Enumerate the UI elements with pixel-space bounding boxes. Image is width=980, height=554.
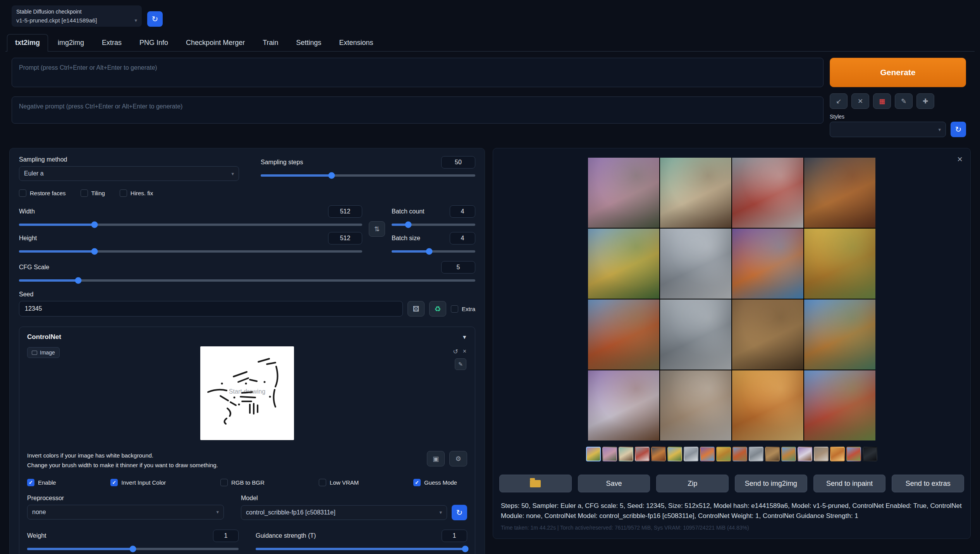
generate-button[interactable]: Generate	[830, 58, 966, 87]
height-value[interactable]: 512	[328, 232, 362, 244]
scribble-canvas[interactable]: Start drawing	[200, 346, 294, 440]
thumbnail[interactable]	[716, 447, 731, 461]
zip-button[interactable]: Zip	[656, 475, 729, 492]
guidance-strength-slider[interactable]	[256, 548, 467, 550]
weight-slider[interactable]	[27, 548, 239, 550]
tiling-checkbox[interactable]: Tiling	[81, 189, 105, 197]
tab-settings[interactable]: Settings	[288, 34, 330, 52]
gallery-image[interactable]	[660, 158, 731, 228]
rgb-to-bgr-checkbox[interactable]: RGB to BGR	[220, 479, 265, 486]
thumbnail[interactable]	[684, 447, 698, 461]
save-style-button[interactable]: ✚	[916, 93, 934, 109]
thumbnail[interactable]	[846, 447, 861, 461]
prompt-input[interactable]	[12, 58, 824, 87]
gallery-image[interactable]	[732, 370, 803, 440]
tab-png-info[interactable]: PNG Info	[131, 34, 176, 52]
thumbnail[interactable]	[781, 447, 796, 461]
negative-prompt-input[interactable]	[12, 96, 824, 124]
tab-train[interactable]: Train	[254, 34, 286, 52]
batch-count-value[interactable]: 4	[450, 205, 475, 218]
cfg-scale-slider[interactable]	[19, 279, 475, 282]
random-seed-button[interactable]: ⚄	[407, 301, 425, 317]
enable-checkbox[interactable]: Enable	[27, 479, 56, 486]
seed-input[interactable]	[19, 301, 403, 317]
tab-checkpoint-merger[interactable]: Checkpoint Merger	[178, 34, 253, 52]
extra-seed-checkbox[interactable]: Extra	[451, 305, 475, 313]
send-to-extras-button[interactable]: Send to extras	[892, 475, 964, 492]
batch-size-slider[interactable]	[392, 250, 475, 253]
open-folder-button[interactable]	[499, 475, 572, 492]
paste-params-button[interactable]: ↙	[830, 93, 848, 109]
extra-networks-button[interactable]: ▦	[873, 93, 891, 109]
batch-count-slider[interactable]	[392, 224, 475, 226]
clear-prompt-button[interactable]: ✕	[851, 93, 869, 109]
width-slider[interactable]	[19, 224, 362, 226]
thumbnail[interactable]	[863, 447, 877, 461]
preprocessor-dropdown[interactable]: none ▾	[27, 505, 224, 520]
thumbnail[interactable]	[602, 447, 617, 461]
image-tab-chip[interactable]: Image	[27, 347, 60, 358]
tab-txt2img[interactable]: txt2img	[7, 34, 48, 52]
tab-extras[interactable]: Extras	[94, 34, 130, 52]
apply-style-button[interactable]: ✎	[895, 93, 913, 109]
gallery-image[interactable]	[588, 370, 659, 440]
save-button[interactable]: Save	[578, 475, 650, 492]
thumbnail[interactable]	[798, 447, 812, 461]
styles-refresh-button[interactable]: ↻	[951, 122, 966, 137]
gallery-image[interactable]	[588, 229, 659, 299]
thumbnail[interactable]	[814, 447, 829, 461]
reuse-seed-button[interactable]: ♻	[429, 301, 446, 317]
weight-value[interactable]: 1	[213, 530, 239, 542]
thumbnail[interactable]	[749, 447, 763, 461]
thumbnail[interactable]	[765, 447, 780, 461]
controlnet-accordion-header[interactable]: ControlNet ▼	[27, 333, 467, 341]
send-to-img2img-button[interactable]: Send to img2img	[735, 475, 807, 492]
checkpoint-dropdown[interactable]: v1-5-pruned.ckpt [e1441589a6] ▾	[16, 17, 137, 24]
thumbnail[interactable]	[667, 447, 682, 461]
width-value[interactable]: 512	[328, 205, 362, 218]
thumbnail[interactable]	[651, 447, 666, 461]
sampling-steps-slider[interactable]	[261, 174, 475, 177]
send-to-inpaint-button[interactable]: Send to inpaint	[813, 475, 886, 492]
restore-faces-checkbox[interactable]: Restore faces	[19, 189, 66, 197]
tab-img2img[interactable]: img2img	[50, 34, 92, 52]
swap-width-height-button[interactable]: ⇅	[369, 221, 385, 237]
low-vram-checkbox[interactable]: Low VRAM	[319, 479, 359, 486]
gallery-image[interactable]	[660, 299, 731, 370]
brush-button[interactable]: ✎	[455, 358, 466, 370]
gallery-image[interactable]	[804, 299, 875, 370]
sampling-steps-value[interactable]: 50	[441, 156, 475, 169]
thumbnail[interactable]	[635, 447, 650, 461]
batch-size-value[interactable]: 4	[450, 232, 475, 244]
close-icon[interactable]: ×	[957, 155, 963, 164]
tab-extensions[interactable]: Extensions	[331, 34, 382, 52]
gallery-image[interactable]	[732, 299, 803, 370]
thumbnail[interactable]	[619, 447, 633, 461]
gallery-image[interactable]	[732, 158, 803, 228]
gallery-image[interactable]	[804, 158, 875, 228]
styles-dropdown[interactable]: ▾	[830, 122, 946, 137]
new-canvas-button[interactable]: ▣	[427, 451, 445, 466]
gallery-image[interactable]	[588, 158, 659, 228]
checkpoint-refresh-button[interactable]: ↻	[147, 11, 163, 27]
guess-mode-checkbox[interactable]: Guess Mode	[413, 479, 457, 486]
model-dropdown[interactable]: control_scribble-fp16 [c508311e] ▾	[241, 505, 447, 520]
invert-input-color-checkbox[interactable]: Invert Input Color	[110, 479, 166, 486]
thumbnail[interactable]	[700, 447, 715, 461]
gallery-image[interactable]	[588, 299, 659, 370]
sampling-method-dropdown[interactable]: Euler a ▾	[19, 166, 239, 181]
gallery-image[interactable]	[660, 370, 731, 440]
thumbnail[interactable]	[586, 447, 601, 461]
gallery-image[interactable]	[804, 229, 875, 299]
thumbnail[interactable]	[830, 447, 845, 461]
height-slider[interactable]	[19, 250, 362, 253]
hires-fix-checkbox[interactable]: Hires. fix	[120, 189, 153, 197]
gallery-image[interactable]	[804, 370, 875, 440]
gallery-image[interactable]	[732, 229, 803, 299]
adjust-button[interactable]: ⚙	[449, 451, 467, 466]
thumbnail[interactable]	[732, 447, 747, 461]
guidance-strength-value[interactable]: 1	[442, 530, 467, 542]
model-refresh-button[interactable]: ↻	[452, 505, 467, 520]
close-icon[interactable]: ×	[463, 348, 466, 355]
undo-icon[interactable]: ↺	[453, 348, 458, 355]
